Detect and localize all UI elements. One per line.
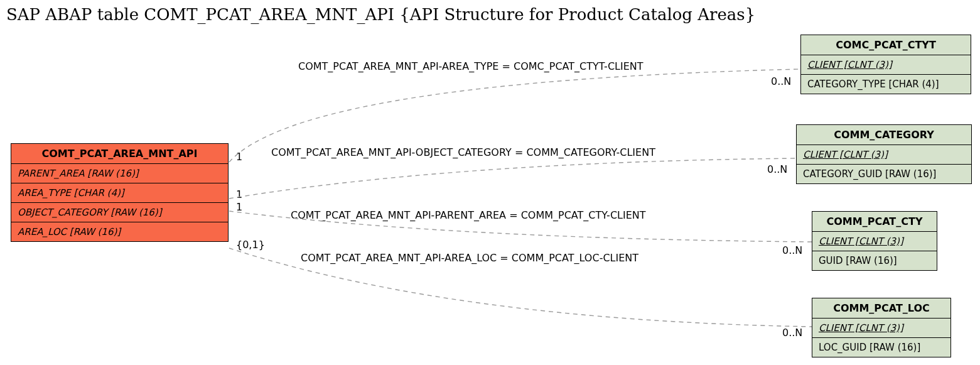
rel-header: COMM_CATEGORY bbox=[797, 125, 971, 145]
card-left-3: 1 bbox=[236, 201, 242, 213]
table-comc-pcat-ctyt: COMC_PCAT_CTYT CLIENT [CLNT (3)] CATEGOR… bbox=[800, 35, 971, 94]
page-title: SAP ABAP table COMT_PCAT_AREA_MNT_API {A… bbox=[6, 5, 755, 24]
card-right-4: 0..N bbox=[782, 327, 802, 339]
rel-field: LOC_GUID [RAW (16)] bbox=[812, 338, 950, 357]
rel-label-2: COMT_PCAT_AREA_MNT_API-OBJECT_CATEGORY =… bbox=[271, 146, 655, 158]
rel-label-4: COMT_PCAT_AREA_MNT_API-AREA_LOC = COMM_P… bbox=[301, 252, 638, 264]
rel-field: CATEGORY_TYPE [CHAR (4)] bbox=[801, 75, 971, 94]
main-table: COMT_PCAT_AREA_MNT_API PARENT_AREA [RAW … bbox=[11, 143, 229, 242]
table-comm-pcat-loc: COMM_PCAT_LOC CLIENT [CLNT (3)] LOC_GUID… bbox=[812, 298, 951, 357]
rel-header: COMM_PCAT_CTY bbox=[812, 212, 937, 232]
main-field-area-type: AREA_TYPE [CHAR (4)] bbox=[11, 183, 228, 203]
rel-header: COMM_PCAT_LOC bbox=[812, 298, 950, 319]
rel-pk: CLIENT [CLNT (3)] bbox=[812, 232, 937, 251]
table-comm-category: COMM_CATEGORY CLIENT [CLNT (3)] CATEGORY… bbox=[796, 124, 972, 184]
rel-pk: CLIENT [CLNT (3)] bbox=[797, 145, 971, 165]
card-right-1: 0..N bbox=[771, 75, 791, 87]
main-field-object-category: OBJECT_CATEGORY [RAW (16)] bbox=[11, 203, 228, 222]
card-left-2: 1 bbox=[236, 188, 242, 200]
card-right-3: 0..N bbox=[782, 244, 802, 256]
card-left-4: {0,1} bbox=[236, 239, 265, 251]
table-comm-pcat-cty: COMM_PCAT_CTY CLIENT [CLNT (3)] GUID [RA… bbox=[812, 211, 937, 271]
card-left-1: 1 bbox=[236, 151, 242, 163]
rel-pk: CLIENT [CLNT (3)] bbox=[812, 319, 950, 338]
rel-field: CATEGORY_GUID [RAW (16)] bbox=[797, 165, 971, 183]
rel-pk: CLIENT [CLNT (3)] bbox=[801, 55, 971, 75]
main-field-area-loc: AREA_LOC [RAW (16)] bbox=[11, 222, 228, 241]
rel-field: GUID [RAW (16)] bbox=[812, 251, 937, 270]
rel-header: COMC_PCAT_CTYT bbox=[801, 35, 971, 55]
main-field-parent-area: PARENT_AREA [RAW (16)] bbox=[11, 164, 228, 183]
main-table-header: COMT_PCAT_AREA_MNT_API bbox=[11, 144, 228, 164]
rel-label-1: COMT_PCAT_AREA_MNT_API-AREA_TYPE = COMC_… bbox=[298, 60, 643, 72]
card-right-2: 0..N bbox=[767, 163, 787, 175]
rel-label-3: COMT_PCAT_AREA_MNT_API-PARENT_AREA = COM… bbox=[291, 209, 646, 221]
